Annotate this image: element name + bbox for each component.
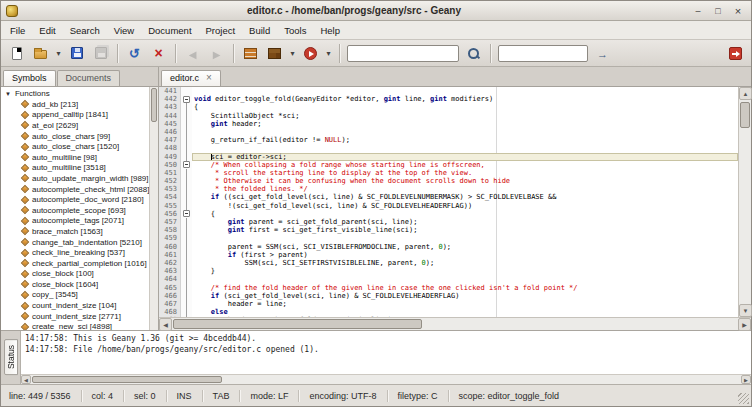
resize-grip[interactable] — [738, 393, 749, 404]
code-line[interactable]: 457 gint parent = sci_get_fold_parent(sc… — [159, 218, 738, 226]
code-line[interactable]: 465 /* find the fold header of the given… — [159, 284, 738, 292]
symbol-item[interactable]: check_line_breaking [537] — [1, 247, 158, 258]
tab-documents[interactable]: Documents — [57, 70, 121, 86]
menu-document[interactable]: Document — [141, 23, 198, 38]
line-number[interactable]: 461 — [159, 251, 181, 259]
fold-margin-cell[interactable] — [181, 210, 192, 218]
titlebar[interactable]: editor.c - /home/ban/progs/geany/src - G… — [1, 1, 751, 21]
code-line[interactable]: 467 header = line; — [159, 300, 738, 308]
goto-go-button[interactable] — [591, 42, 614, 64]
menu-project[interactable]: Project — [199, 23, 243, 38]
menu-build[interactable]: Build — [242, 23, 277, 38]
code-line[interactable]: 445 gint header; — [159, 120, 738, 128]
quit-button[interactable] — [724, 42, 747, 64]
line-number[interactable]: 466 — [159, 292, 181, 300]
open-button[interactable] — [29, 42, 52, 64]
line-number[interactable]: 450 — [159, 161, 181, 169]
fold-collapse-icon[interactable] — [183, 161, 190, 168]
symbol-item[interactable]: brace_match [1563] — [1, 226, 158, 237]
code-line[interactable]: 450 /* When collapsing a fold range whos… — [159, 161, 738, 169]
minimize-icon[interactable] — [690, 4, 706, 18]
symbol-item[interactable]: add_kb [213] — [1, 99, 158, 110]
line-number[interactable]: 468 — [159, 308, 181, 316]
scroll-down-icon[interactable] — [739, 304, 752, 317]
message-hscrollbar[interactable] — [21, 374, 751, 384]
line-number[interactable]: 448 — [159, 144, 181, 152]
symbol-item[interactable]: change_tab_indentation [5210] — [1, 237, 158, 248]
symbol-item[interactable]: autocomplete_doc_word [2180] — [1, 194, 158, 205]
run-button[interactable] — [299, 42, 322, 64]
code-line[interactable]: 451 * scroll the starting line to displa… — [159, 169, 738, 177]
sidebar-scroll-thumb[interactable] — [151, 88, 157, 122]
scroll-right-icon[interactable] — [738, 318, 751, 331]
code-line[interactable]: 466 if (sci_get_fold_level(sci, line) & … — [159, 292, 738, 300]
symbol-item[interactable]: auto_close_chars [99] — [1, 131, 158, 142]
symbol-item[interactable]: auto_multiline [3518] — [1, 163, 158, 174]
symbol-item[interactable]: count_indent_size [104] — [1, 300, 158, 311]
code-line[interactable]: 443{ — [159, 103, 738, 111]
line-number[interactable]: 445 — [159, 120, 181, 128]
maximize-icon[interactable] — [710, 4, 726, 18]
code-line[interactable]: 458 gint first = sci_get_first_visible_l… — [159, 226, 738, 234]
editor-hscrollbar[interactable] — [159, 317, 751, 330]
build-button[interactable] — [263, 42, 286, 64]
menu-help[interactable]: Help — [313, 23, 347, 38]
scroll-left-icon[interactable] — [21, 375, 31, 384]
line-number[interactable]: 451 — [159, 169, 181, 177]
symbol-item[interactable]: autocomplete_tags [2071] — [1, 216, 158, 227]
scroll-left-icon[interactable] — [159, 318, 172, 331]
code-line[interactable]: 454 if ((sci_get_fold_level(sci, line) &… — [159, 193, 738, 201]
code-line[interactable]: 444 ScintillaObject *sci; — [159, 112, 738, 120]
fold-collapse-icon[interactable] — [183, 210, 190, 217]
hscroll-thumb[interactable] — [173, 319, 422, 329]
code-line[interactable]: 461 if (first > parent) — [159, 251, 738, 259]
revert-button[interactable] — [123, 42, 146, 64]
search-entry[interactable] — [347, 45, 459, 62]
line-number[interactable]: 456 — [159, 210, 181, 218]
save-button[interactable] — [65, 42, 88, 64]
line-number[interactable]: 444 — [159, 112, 181, 120]
symbol-item[interactable]: auto_close_chars [1520] — [1, 141, 158, 152]
back-button[interactable] — [181, 42, 204, 64]
vscroll-thumb[interactable] — [740, 102, 750, 128]
line-number[interactable]: 446 — [159, 128, 181, 136]
code-line[interactable]: 455 !(sci_get_fold_level(sci, line) & SC… — [159, 202, 738, 210]
scroll-up-icon[interactable] — [739, 87, 752, 100]
line-number[interactable]: 453 — [159, 185, 181, 193]
tab-status[interactable]: Status — [4, 339, 18, 375]
search-go-button[interactable] — [462, 42, 485, 64]
code-line[interactable]: 463 } — [159, 267, 738, 275]
symbol-item[interactable]: at_eol [2629] — [1, 120, 158, 131]
new-button[interactable] — [5, 42, 28, 64]
fold-collapse-icon[interactable] — [183, 96, 190, 103]
close-doc-button[interactable] — [147, 42, 170, 64]
line-number[interactable]: 463 — [159, 267, 181, 275]
line-number[interactable]: 441 — [159, 87, 181, 95]
fold-margin-cell[interactable] — [181, 95, 192, 103]
line-number[interactable]: 457 — [159, 218, 181, 226]
menu-tools[interactable]: Tools — [277, 23, 313, 38]
line-number[interactable]: 464 — [159, 275, 181, 283]
editor-vscrollbar[interactable] — [738, 87, 751, 317]
code-line[interactable]: 460 parent = SSM(sci, SCI_VISIBLEFROMDOC… — [159, 243, 738, 251]
symbol-item[interactable]: autocomplete_check_html [2088] — [1, 184, 158, 195]
compile-button[interactable] — [239, 42, 262, 64]
forward-button[interactable] — [205, 42, 228, 64]
symbol-item[interactable]: create_new_sci [4898] — [1, 321, 158, 330]
save-all-button[interactable] — [89, 42, 112, 64]
line-number[interactable]: 459 — [159, 234, 181, 242]
line-number[interactable]: 449 — [159, 153, 181, 161]
goto-line-entry[interactable] — [498, 45, 588, 62]
tab-close-icon[interactable] — [199, 73, 212, 83]
menu-view[interactable]: View — [107, 23, 141, 38]
symbol-item[interactable]: autocomplete_scope [693] — [1, 205, 158, 216]
code-line[interactable]: 442void editor_toggle_fold(GeanyEditor *… — [159, 95, 738, 103]
symbol-item[interactable]: check_partial_completion [1016] — [1, 258, 158, 269]
symbol-item[interactable]: append_calltip [1841] — [1, 110, 158, 121]
editor[interactable]: 441442void editor_toggle_fold(GeanyEdito… — [159, 87, 738, 317]
code-line[interactable]: 447 g_return_if_fail(editor != NULL); — [159, 136, 738, 144]
scroll-right-icon[interactable] — [741, 375, 751, 384]
build-dropdown-arrow[interactable] — [287, 42, 298, 64]
code-line[interactable]: 449 sci = editor->sci; — [159, 153, 738, 161]
symbol-item[interactable]: copy_ [3545] — [1, 290, 158, 301]
